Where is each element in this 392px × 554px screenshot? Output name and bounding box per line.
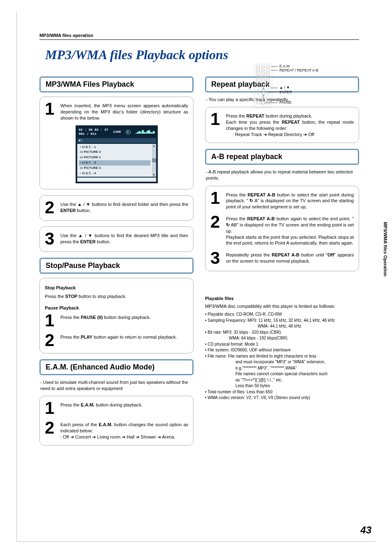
page-title: MP3/WMA files Playback options xyxy=(45,47,359,62)
list-item-selected: ♪ O.S.T. - 3 xyxy=(79,160,150,166)
svg-rect-23 xyxy=(266,101,270,104)
pause-playback-heading: Pause Playback xyxy=(45,305,188,311)
ab-intro: - A-B repeat playback allows you to repe… xyxy=(206,169,359,182)
playable-files-list: Playable discs: CD-ROM, CD-R, CD-RW Samp… xyxy=(205,312,359,401)
step-number: 2 xyxy=(210,214,223,246)
svg-rect-14 xyxy=(261,79,265,81)
list-item: File system: ISO9660, UDF without interl… xyxy=(205,347,359,353)
equalizer-icon: ▁▃▅▂▇▃▂▅▇▃▂▅ xyxy=(136,130,154,134)
screen-time: 02 : 30 03 : 37 xyxy=(79,128,108,132)
eam-chain: : Off ➔ Concert ➔ Living room ➔ Hall ➔ S… xyxy=(60,434,175,439)
step-number: 1 xyxy=(45,101,57,121)
svg-rect-16 xyxy=(256,82,260,84)
updown-icon: ▲ / ▼ xyxy=(78,233,93,238)
svg-rect-8 xyxy=(261,72,265,74)
remote-label-enter: ENTER xyxy=(279,90,292,94)
box-step3: 3 Use the ▲ / ▼ buttons to find the desi… xyxy=(39,226,194,252)
step-number: 1 xyxy=(210,190,223,210)
list-item: as "?!><+*}{`[@];:\ /.," etc. xyxy=(205,377,359,383)
list-item: ▭ PICTURE 3 xyxy=(79,166,150,171)
svg-rect-7 xyxy=(256,72,260,74)
updown-icon: ▲ / ▼ xyxy=(77,202,90,207)
columns: MP3/WMA Files Playback 1 When inserted, … xyxy=(39,71,359,451)
remote-label-repeat: REPEAT / REPEAT A-B xyxy=(279,68,318,72)
svg-rect-17 xyxy=(261,82,265,84)
list-item: File names cannot contain special charac… xyxy=(205,371,359,377)
list-item: Total number of files: Less than 650 xyxy=(205,389,359,395)
step-body: Use the ▲ / ▼ buttons to find desired fo… xyxy=(60,200,188,215)
breadcrumb: MP3/WMA files operation xyxy=(39,33,359,40)
step-body: Each press of the E.A.M. button changes … xyxy=(60,420,188,440)
svg-rect-10 xyxy=(256,76,260,78)
step-number: 3 xyxy=(210,250,223,266)
remote-label-updown: ▲ / ▼ xyxy=(279,85,290,90)
scrollbar: ▲▼ xyxy=(152,144,156,177)
screen-count: 001 / 011 xyxy=(79,132,97,136)
step-body: Press the PLAY button again to return to… xyxy=(60,332,188,348)
remote-label-pause: PAUSE xyxy=(279,100,292,104)
svg-rect-1 xyxy=(256,66,260,68)
svg-rect-13 xyxy=(256,79,260,81)
svg-rect-4 xyxy=(256,69,260,71)
step-1: 1 When inserted, the MP3 menu screen app… xyxy=(45,101,188,121)
svg-rect-18 xyxy=(266,82,270,84)
svg-rect-15 xyxy=(266,79,270,81)
step-number: 2 xyxy=(45,420,57,440)
playable-files-intro: MP3/WMA disc compatibility with this pla… xyxy=(205,303,359,309)
box-stop-pause: Stop Playback Press the STOP button to s… xyxy=(39,278,194,353)
page: MP3/WMA files operation MP3/WMA files Pl… xyxy=(16,12,376,542)
playable-files-heading: Playable files xyxy=(205,296,359,301)
step-body: Press the REPEAT A-B button again to sel… xyxy=(226,214,354,246)
page-number: 43 xyxy=(360,524,371,536)
svg-rect-5 xyxy=(261,69,265,71)
section-eam: E.A.M. (Enhanced Audio Mode) xyxy=(39,359,194,375)
step-body: Press the REPEAT button during playback.… xyxy=(226,111,354,137)
list-item: Less than 50 bytes xyxy=(205,383,359,389)
step-body: Press the REPEAT A-B button to select th… xyxy=(226,190,354,210)
svg-rect-22 xyxy=(261,101,265,104)
step-body: Press the PAUSE (II) button during playb… xyxy=(60,313,188,328)
box-repeat: 1 Press the REPEAT button during playbac… xyxy=(205,107,359,143)
svg-rect-6 xyxy=(266,69,270,71)
svg-rect-9 xyxy=(266,72,270,74)
list-item: Playable discs: CD-ROM, CD-R, CD-RW xyxy=(205,312,359,318)
section-stop-pause: Stop/Pause Playback xyxy=(39,258,194,274)
list-item: File name: File names are limited to eig… xyxy=(205,353,359,360)
right-column: Repeat playback - You can play a specifi… xyxy=(205,71,359,401)
svg-rect-12 xyxy=(266,76,270,78)
step-number: 1 xyxy=(210,111,223,137)
list-item: ♪ O.S.T. - 1 xyxy=(79,145,150,150)
loop-icon xyxy=(226,222,230,227)
svg-rect-3 xyxy=(266,66,270,68)
section-ab-repeat: A-B repeat playback xyxy=(205,149,359,165)
list-item: ♪ O.S.T. - 4 xyxy=(79,171,150,176)
step-body: When inserted, the MP3 menu screen appea… xyxy=(60,101,188,121)
list-item: CD physical format: Mode 1 xyxy=(205,342,359,348)
screen-bitrate: 128K xyxy=(113,130,121,134)
section-mp3wma: MP3/WMA Files Playback xyxy=(39,76,194,92)
box-step2: 2 Use the ▲ / ▼ buttons to find desired … xyxy=(39,195,194,221)
left-column: MP3/WMA Files Playback 1 When inserted, … xyxy=(39,71,194,451)
mp3-menu-screen: 02 : 30 03 : 37 001 / 011 128K ▶ ▁▃▅▂▇▃▂… xyxy=(76,125,158,184)
step-body: Press the E.A.M. button during playback. xyxy=(60,400,188,416)
svg-rect-2 xyxy=(261,66,265,68)
list-item: ▭ PICTURE 1 xyxy=(79,155,150,160)
step-body: Use the ▲ / ▼ buttons to find the desire… xyxy=(60,231,188,247)
remote-label-eam: E.A.M xyxy=(279,64,290,68)
step-number: 1 xyxy=(45,400,57,416)
screen-path: ■ \ xyxy=(77,138,156,143)
box-eam: 1 Press the E.A.M. button during playbac… xyxy=(39,396,194,445)
svg-rect-21 xyxy=(256,101,260,104)
svg-rect-11 xyxy=(261,76,265,78)
list-item: Bit rate: MP3: 32 kbps - 320 kbps (CBR) xyxy=(205,330,359,336)
play-icon: ▶ xyxy=(126,130,131,134)
repeat-chain: : Repeat Track ➔ Repeat Directory ➔ Off xyxy=(226,132,314,138)
step-number: 3 xyxy=(45,231,57,247)
box-mp3-steps: 1 When inserted, the MP3 menu screen app… xyxy=(39,97,194,189)
list-item: e.g."********.MP3", "********.WMA" xyxy=(205,365,359,372)
step-number: 1 xyxy=(45,313,57,328)
list-item: WMA: 44,1 kHz, 48 kHz xyxy=(205,323,359,330)
list-item: WMA: 64 kbps - 192 kbps(CBR) xyxy=(205,335,359,342)
list-item: ▭ PICTURE 2 xyxy=(79,150,150,155)
screen-file-list: ♪ O.S.T. - 1 ▭ PICTURE 2 ▭ PICTURE 1 ♪ O… xyxy=(77,144,156,177)
